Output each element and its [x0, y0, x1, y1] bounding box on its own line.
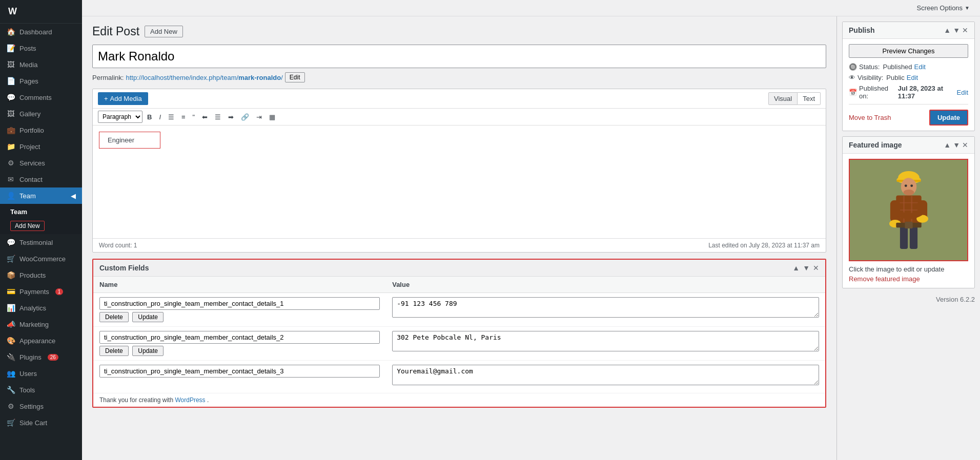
- publish-collapse-down[interactable]: ▼: [953, 26, 960, 34]
- sidebar-item-pages[interactable]: 📄 Pages: [0, 73, 82, 89]
- wordpress-link[interactable]: WordPress: [175, 396, 205, 404]
- add-new-button[interactable]: Add New: [145, 26, 183, 37]
- sidebar-item-posts[interactable]: 📝 Posts: [0, 40, 82, 56]
- sidebar-item-gallery[interactable]: 🖼 Gallery: [0, 106, 82, 122]
- users-icon: 👥: [6, 369, 15, 378]
- testimonial-icon: 💬: [6, 238, 15, 246]
- cf-close[interactable]: ✕: [813, 264, 819, 272]
- screen-options-button[interactable]: Screen Options ▼: [916, 4, 970, 12]
- cf-collapse-down[interactable]: ▼: [803, 264, 810, 272]
- align-left-button[interactable]: ⬅: [199, 112, 210, 122]
- publish-close[interactable]: ✕: [962, 26, 968, 34]
- bold-button[interactable]: B: [145, 112, 154, 122]
- version-footer: Version 6.2.2: [837, 294, 980, 305]
- sidebar-item-services[interactable]: ⚙ Services: [0, 155, 82, 171]
- chevron-down-icon: ▼: [965, 5, 970, 11]
- cf-name-input-1[interactable]: [99, 297, 380, 310]
- topbar: Screen Options ▼: [82, 0, 980, 16]
- sidebar-logo: W: [0, 0, 82, 24]
- cf-name-header: Name: [93, 277, 386, 293]
- publish-header-controls: ▲ ▼ ✕: [944, 26, 968, 34]
- preview-changes-button[interactable]: Preview Changes: [849, 44, 968, 58]
- sidebar-item-team[interactable]: 👤 Team ◀: [0, 187, 82, 204]
- italic-button[interactable]: I: [156, 112, 164, 122]
- publish-collapse-up[interactable]: ▲: [944, 26, 951, 34]
- remove-featured-image-link[interactable]: Remove featured image: [849, 275, 920, 283]
- format-select[interactable]: Paragraph: [98, 111, 142, 123]
- cf-value-header: Value: [386, 277, 825, 293]
- sidebar-item-testimonial[interactable]: 💬 Testimonial: [0, 234, 82, 250]
- edit-permalink-button[interactable]: Edit: [285, 72, 305, 82]
- unordered-list-button[interactable]: ☰: [166, 112, 177, 122]
- contact-icon: ✉: [6, 175, 15, 183]
- sidebar-item-marketing[interactable]: 📣 Marketing: [0, 316, 82, 332]
- sidebar-item-contact[interactable]: ✉ Contact: [0, 171, 82, 187]
- submenu-add-new[interactable]: Add New: [0, 220, 82, 234]
- sidebar-item-media[interactable]: 🖼 Media: [0, 56, 82, 73]
- update-button[interactable]: Update: [929, 110, 968, 126]
- featured-image[interactable]: [849, 159, 968, 261]
- table-row: Youremail@gmail.com: [93, 361, 825, 393]
- cf-update-btn-2[interactable]: Update: [132, 346, 164, 356]
- sidebar-item-portfolio[interactable]: 💼 Portfolio: [0, 122, 82, 138]
- align-right-button[interactable]: ➡: [226, 112, 236, 122]
- editor-toolbar: Paragraph B I ☰ ≡ " ⬅ ☰ ➡ 🔗 ⇥ ▦: [93, 109, 826, 126]
- featured-image-metabox: Featured image ▲ ▼ ✕: [842, 136, 975, 288]
- featured-image-close[interactable]: ✕: [962, 141, 968, 149]
- sidebar-item-products[interactable]: 📦 Products: [0, 267, 82, 283]
- blockquote-button[interactable]: ": [190, 112, 198, 122]
- cf-value-input-2[interactable]: 302 Pete Pobcale Nl, Paris: [392, 331, 819, 351]
- dashboard-icon: 🏠: [6, 28, 15, 36]
- plugins-icon: 🔌: [6, 353, 15, 361]
- page-heading: Edit Post Add New: [92, 25, 826, 38]
- visibility-edit-link[interactable]: Edit: [907, 74, 918, 81]
- cf-delete-btn-1[interactable]: Delete: [99, 312, 129, 322]
- publish-metabox-header[interactable]: Publish ▲ ▼ ✕: [843, 22, 974, 39]
- sidebar-item-appearance[interactable]: 🎨 Appearance: [0, 332, 82, 349]
- cf-name-input-2[interactable]: [99, 331, 380, 344]
- cf-value-input-1[interactable]: -91 123 456 789: [392, 297, 819, 318]
- cf-update-btn-1[interactable]: Update: [132, 312, 164, 322]
- add-media-button[interactable]: + Add Media: [98, 92, 148, 105]
- sidebar-item-project[interactable]: 📁 Project: [0, 138, 82, 155]
- cf-collapse-up[interactable]: ▲: [792, 264, 800, 272]
- wordpress-credit: Thank you for creating with WordPress .: [93, 393, 825, 407]
- cf-delete-btn-2[interactable]: Delete: [99, 346, 129, 356]
- ordered-list-button[interactable]: ≡: [179, 112, 188, 122]
- cf-value-input-3[interactable]: Youremail@gmail.com: [392, 365, 819, 385]
- sidebar-item-tools[interactable]: 🔧 Tools: [0, 382, 82, 398]
- marketing-icon: 📣: [6, 320, 15, 328]
- status-edit-link[interactable]: Edit: [914, 63, 926, 71]
- sidebar-item-woocommerce[interactable]: 🛒 WooCommerce: [0, 250, 82, 267]
- text-tab[interactable]: Text: [798, 92, 821, 105]
- table-button[interactable]: ▦: [267, 112, 278, 122]
- editor-content-area[interactable]: Engineer: [93, 126, 826, 238]
- tools-icon: 🔧: [6, 386, 15, 394]
- sidebar-item-side-cart[interactable]: 🛒 Side Cart: [0, 414, 82, 431]
- publish-metabox: Publish ▲ ▼ ✕ Preview Changes 🔘 Status: …: [842, 22, 975, 131]
- published-edit-link[interactable]: Edit: [957, 89, 968, 96]
- sidebar-item-settings[interactable]: ⚙ Settings: [0, 398, 82, 414]
- editor-footer: Word count: 1 Last edited on July 28, 20…: [93, 238, 826, 252]
- featured-image-collapse-down[interactable]: ▼: [953, 141, 960, 149]
- post-title-input[interactable]: [92, 45, 826, 68]
- right-sidebar: Publish ▲ ▼ ✕ Preview Changes 🔘 Status: …: [836, 16, 980, 460]
- permalink-link[interactable]: http://localhost/theme/index.php/team/ma…: [126, 74, 282, 81]
- align-center-button[interactable]: ☰: [212, 112, 223, 122]
- link-button[interactable]: 🔗: [238, 112, 252, 122]
- sidebar-item-plugins[interactable]: 🔌 Plugins 26: [0, 349, 82, 365]
- sidebar-item-users[interactable]: 👥 Users: [0, 365, 82, 382]
- featured-image-header[interactable]: Featured image ▲ ▼ ✕: [843, 137, 974, 154]
- portfolio-icon: 💼: [6, 126, 15, 134]
- sidebar-item-dashboard[interactable]: 🏠 Dashboard: [0, 24, 82, 40]
- visual-tab[interactable]: Visual: [768, 92, 798, 105]
- sidebar-item-comments[interactable]: 💬 Comments: [0, 89, 82, 106]
- cf-name-input-3[interactable]: [99, 365, 380, 378]
- indent-button[interactable]: ⇥: [254, 112, 264, 122]
- featured-image-collapse-up[interactable]: ▲: [944, 141, 951, 149]
- sidebar-item-analytics[interactable]: 📊 Analytics: [0, 300, 82, 316]
- payments-icon: 💳: [6, 287, 15, 296]
- sidebar-item-payments[interactable]: 💳 Payments 1: [0, 283, 82, 300]
- move-to-trash-link[interactable]: Move to Trash: [849, 114, 891, 121]
- media-icon: 🖼: [6, 60, 15, 69]
